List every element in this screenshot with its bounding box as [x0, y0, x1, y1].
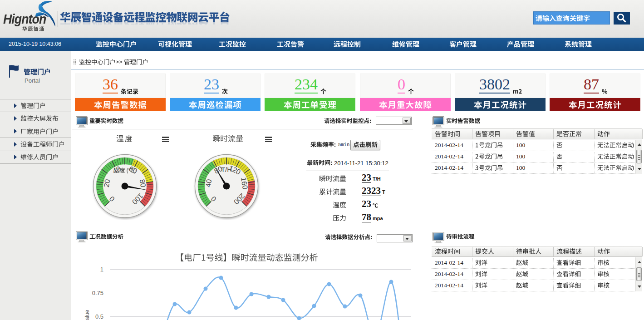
svg-text:80: 80	[138, 178, 147, 187]
svg-text:40: 40	[204, 178, 213, 187]
svg-text:T/H: T/H	[221, 166, 231, 173]
svg-text:20: 20	[102, 178, 111, 187]
